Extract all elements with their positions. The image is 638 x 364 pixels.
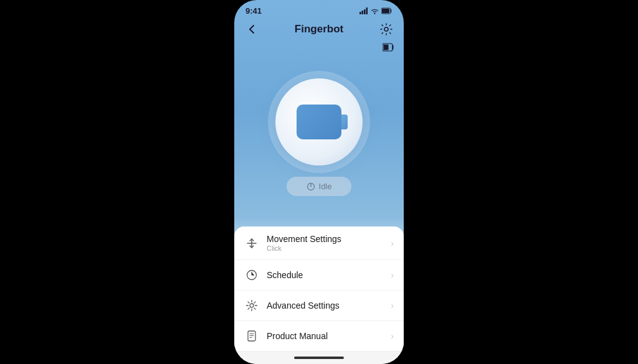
menu-panel: Movement Settings Click › Schedule ›	[234, 226, 404, 352]
svg-rect-0	[359, 12, 361, 14]
signal-icon	[359, 7, 368, 14]
fingerbot-device-icon	[297, 105, 341, 139]
product-manual-title: Product Manual	[267, 331, 383, 341]
svg-rect-3	[366, 7, 368, 14]
status-icons	[359, 7, 393, 14]
movement-settings-subtitle: Click	[267, 245, 383, 252]
battery-status-icon	[381, 7, 393, 14]
home-indicator	[234, 352, 404, 364]
device-circle[interactable]	[275, 78, 363, 166]
battery-icon-row	[234, 43, 404, 54]
advanced-settings-content: Advanced Settings	[267, 301, 383, 310]
gear-icon[interactable]	[378, 21, 395, 38]
svg-rect-7	[384, 45, 389, 50]
menu-item-schedule[interactable]: Schedule ›	[234, 260, 404, 291]
advanced-settings-icon	[244, 298, 259, 313]
nav-bar: Fingerbot	[234, 18, 404, 43]
schedule-title: Schedule	[267, 270, 383, 280]
svg-point-10	[250, 304, 254, 307]
wifi-icon	[371, 8, 379, 14]
svg-rect-5	[382, 9, 389, 13]
device-battery-icon	[383, 43, 395, 52]
svg-rect-1	[362, 11, 364, 14]
idle-button[interactable]: Idle	[287, 177, 352, 196]
chevron-right-icon: ›	[391, 301, 394, 310]
phone-frame: 9:41	[234, 0, 404, 364]
movement-settings-title: Movement Settings	[267, 234, 383, 244]
chevron-right-icon: ›	[391, 238, 394, 248]
chevron-right-icon: ›	[391, 270, 394, 280]
idle-label: Idle	[319, 182, 332, 191]
movement-icon	[244, 236, 259, 251]
power-icon	[307, 182, 315, 191]
chevron-right-icon: ›	[391, 331, 394, 341]
advanced-settings-title: Advanced Settings	[267, 301, 383, 310]
schedule-content: Schedule	[267, 270, 383, 280]
product-manual-content: Product Manual	[267, 331, 383, 341]
movement-settings-content: Movement Settings Click	[267, 234, 383, 252]
menu-item-movement-settings[interactable]: Movement Settings Click ›	[234, 226, 404, 260]
schedule-icon	[244, 268, 259, 282]
home-bar	[294, 357, 344, 359]
svg-rect-2	[364, 9, 366, 14]
menu-item-advanced-settings[interactable]: Advanced Settings ›	[234, 291, 404, 321]
status-time: 9:41	[245, 6, 262, 16]
back-button[interactable]	[243, 21, 260, 38]
status-bar: 9:41	[234, 0, 404, 18]
manual-icon	[244, 329, 259, 343]
page-title: Fingerbot	[295, 23, 343, 35]
menu-item-product-manual[interactable]: Product Manual ›	[234, 321, 404, 352]
device-area: Idle	[234, 54, 404, 226]
